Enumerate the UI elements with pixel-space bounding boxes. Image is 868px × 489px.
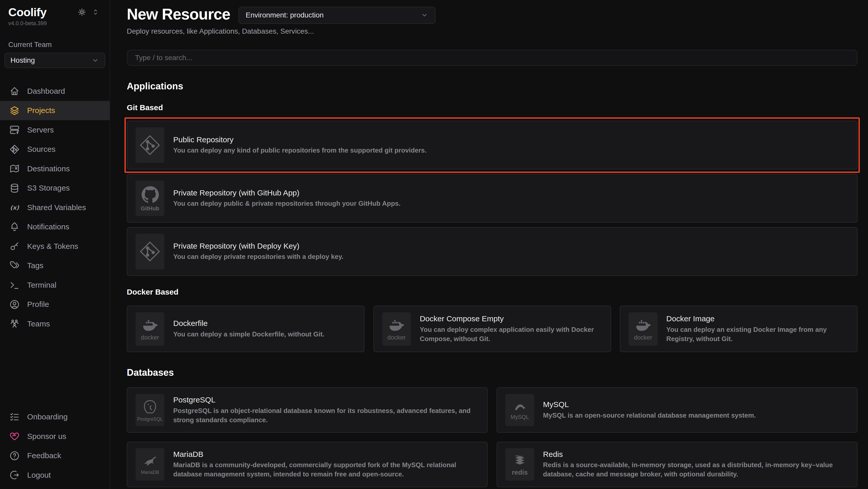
sidebar-item-s3-storages[interactable]: S3 Storages <box>0 178 110 198</box>
current-team-label: Current Team <box>0 27 110 49</box>
card-title: Private Repository (with GitHub App) <box>173 189 401 197</box>
team-select[interactable]: Hosting <box>4 53 105 68</box>
sidebar-item-onboarding[interactable]: Onboarding <box>0 407 110 426</box>
card-description: You can deploy complex application easil… <box>420 325 602 343</box>
server-icon <box>9 124 20 135</box>
card-private-repository-deploy-key[interactable]: Private Repository (with Deploy Key) You… <box>127 227 858 276</box>
sidebar-item-shared-variables[interactable]: Shared Variables <box>0 198 110 217</box>
redis-logo-icon: redis <box>505 448 534 480</box>
search-bar[interactable] <box>127 50 858 66</box>
sidebar-item-teams[interactable]: Teams <box>0 314 110 333</box>
environment-select-value: Environment: production <box>246 11 421 19</box>
mysql-logo-icon: MySQL <box>505 394 534 426</box>
card-public-repository[interactable]: Public Repository You can deploy any kin… <box>127 121 858 170</box>
card-mysql[interactable]: MySQL MySQL MySQL is an open-source rela… <box>497 387 858 433</box>
sidebar-item-profile[interactable]: Profile <box>0 295 110 314</box>
map-icon <box>9 163 20 174</box>
teams-icon <box>9 318 20 329</box>
databases-heading: Databases <box>127 367 858 378</box>
card-description: Redis is a source-available, in-memory s… <box>543 460 849 479</box>
docker-logo-icon: docker <box>628 312 657 346</box>
sidebar-item-sources[interactable]: Sources <box>0 140 110 159</box>
sidebar-item-projects[interactable]: Projects <box>0 101 110 120</box>
postgresql-logo-icon: PostgreSQL <box>135 394 164 426</box>
sidebar-item-sponsor-us[interactable]: Sponsor us <box>0 427 110 446</box>
card-title: MySQL <box>543 400 756 409</box>
sun-icon[interactable] <box>78 8 87 17</box>
card-description: MySQL is an open-source relational datab… <box>543 411 756 420</box>
help-icon <box>9 450 20 461</box>
coolify-app: Coolify v4.0.0-beta.399 Current Team Hos… <box>0 0 868 489</box>
variables-icon <box>9 202 20 213</box>
git-diamond-icon <box>9 144 20 155</box>
app-version: v4.0.0-beta.399 <box>0 19 110 27</box>
sidebar: Coolify v4.0.0-beta.399 Current Team Hos… <box>0 0 110 489</box>
docker-logo-icon: docker <box>382 312 411 346</box>
chevron-down-icon <box>421 11 428 19</box>
card-private-repository-github-app[interactable]: GitHub Private Repository (with GitHub A… <box>127 174 858 223</box>
sidebar-item-feedback[interactable]: Feedback <box>0 446 110 465</box>
card-description: You can deploy private repositories with… <box>173 252 343 261</box>
sidebar-item-dashboard[interactable]: Dashboard <box>0 81 110 101</box>
page-title: New Resource <box>127 6 230 23</box>
card-postgresql[interactable]: PostgreSQL PostgreSQL PostgreSQL is an o… <box>127 387 488 433</box>
sidebar-item-keys-tokens[interactable]: Keys & Tokens <box>0 236 110 256</box>
card-title: Private Repository (with Deploy Key) <box>173 242 343 251</box>
card-title: Public Repository <box>173 135 427 144</box>
card-description: PostgreSQL is an object-relational datab… <box>173 406 479 425</box>
card-description: You can deploy any kind of public reposi… <box>173 146 427 155</box>
card-description: You can deploy a simple Dockerfile, with… <box>173 329 324 339</box>
card-description: You can deploy an existing Docker Image … <box>666 325 849 343</box>
page-subtitle: Deploy resources, like Applications, Dat… <box>127 27 858 35</box>
card-mariadb[interactable]: MariaDB MariaDB MariaDB is a community-d… <box>127 442 488 487</box>
checklist-icon <box>9 411 20 423</box>
git-logo-icon <box>135 234 164 269</box>
git-logo-icon <box>135 127 164 163</box>
search-input[interactable] <box>134 53 850 62</box>
card-title: Docker Image <box>666 314 849 323</box>
tags-icon <box>9 260 20 271</box>
sidebar-item-servers[interactable]: Servers <box>0 120 110 140</box>
sidebar-item-destinations[interactable]: Destinations <box>0 159 110 178</box>
profile-icon <box>9 299 20 310</box>
sidebar-item-tags[interactable]: Tags <box>0 256 110 275</box>
sidebar-item-terminal[interactable]: Terminal <box>0 275 110 295</box>
app-logo: Coolify <box>8 6 78 19</box>
logout-icon <box>9 469 20 481</box>
sidebar-nav: Dashboard Projects Servers Sources Desti… <box>0 81 110 333</box>
stack-icon <box>9 105 20 116</box>
environment-select[interactable]: Environment: production <box>239 7 436 24</box>
mariadb-logo-icon: MariaDB <box>135 448 164 480</box>
card-description: You can deploy public & private reposito… <box>173 199 401 208</box>
sidebar-item-logout[interactable]: Logout <box>0 465 110 485</box>
card-docker-image[interactable]: docker Docker Image You can deploy an ex… <box>620 306 858 352</box>
sidebar-footer-nav: Onboarding Sponsor us Feedback Logout <box>0 407 110 485</box>
card-description: MariaDB is a community-developed, commer… <box>173 460 479 479</box>
database-icon <box>9 182 20 194</box>
card-title: PostgreSQL <box>173 396 479 404</box>
home-icon <box>9 86 20 96</box>
key-icon <box>9 241 20 252</box>
chevron-down-icon <box>91 57 99 64</box>
theme-selector-icon[interactable] <box>91 8 100 16</box>
card-docker-compose-empty[interactable]: docker Docker Compose Empty You can depl… <box>373 306 611 352</box>
github-logo-icon: GitHub <box>135 180 164 216</box>
card-dockerfile[interactable]: docker Dockerfile You can deploy a simpl… <box>127 306 365 352</box>
docker-logo-icon: docker <box>135 312 164 346</box>
card-title: MariaDB <box>173 450 479 459</box>
team-select-value: Hosting <box>10 56 91 64</box>
git-based-heading: Git Based <box>127 103 858 112</box>
heart-icon <box>9 431 20 442</box>
card-title: Dockerfile <box>173 319 324 328</box>
main-content: New Resource Environment: production Dep… <box>110 0 868 489</box>
bell-icon <box>9 221 20 232</box>
docker-based-heading: Docker Based <box>127 288 858 296</box>
applications-heading: Applications <box>127 81 858 92</box>
terminal-icon <box>9 280 20 290</box>
card-redis[interactable]: redis Redis Redis is a source-available,… <box>497 442 858 487</box>
card-title: Redis <box>543 450 849 459</box>
card-title: Docker Compose Empty <box>420 314 602 323</box>
sidebar-item-notifications[interactable]: Notifications <box>0 217 110 236</box>
